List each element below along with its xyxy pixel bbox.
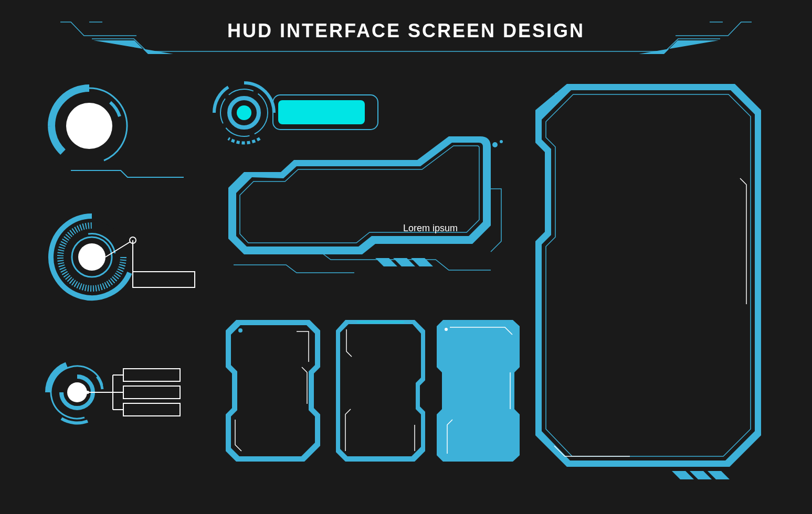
- svg-rect-7: [133, 272, 195, 287]
- svg-point-26: [445, 328, 448, 331]
- svg-rect-17: [123, 403, 180, 416]
- svg-point-1: [78, 243, 106, 271]
- svg-point-8: [67, 382, 87, 402]
- svg-point-18: [237, 105, 251, 120]
- svg-point-10: [86, 391, 89, 394]
- panel-small-3: [437, 320, 521, 462]
- circular-gauge-2: [39, 205, 202, 315]
- panel-small-1: [226, 320, 325, 462]
- svg-point-0: [66, 103, 112, 149]
- panel-small-2: [336, 320, 428, 462]
- header-decoration: [0, 0, 812, 63]
- svg-rect-22: [278, 100, 365, 124]
- svg-point-25: [238, 328, 242, 333]
- panel-wide: [218, 136, 512, 299]
- svg-rect-15: [123, 369, 180, 381]
- panel-large: [535, 84, 766, 483]
- panel-wide-label: Lorem ipsum: [403, 223, 458, 234]
- circular-gauge-3: [39, 346, 192, 435]
- svg-point-27: [555, 93, 558, 96]
- circular-gauge-1: [39, 79, 186, 184]
- svg-point-24: [500, 140, 503, 143]
- svg-rect-16: [123, 386, 180, 399]
- svg-point-23: [492, 142, 498, 147]
